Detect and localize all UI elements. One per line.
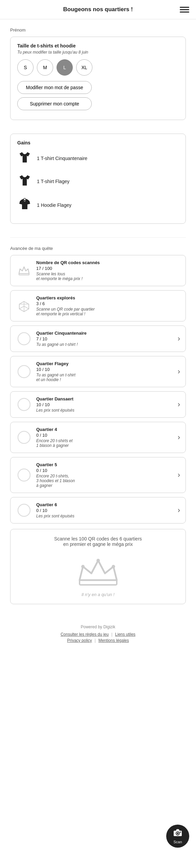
neighborhood-4-content: Quartier 5 0 / 10 Encore 20 t-shirts,3 h… bbox=[36, 462, 174, 488]
quartiers-explored-card: Quartiers explorés 3 / 6 Scanne un QR co… bbox=[10, 290, 186, 321]
tshirt-card-title: Taille de t-shirts et hoodie bbox=[17, 43, 179, 48]
size-btn-XL[interactable]: XL bbox=[76, 59, 92, 76]
tshirt-size-card: Taille de t-shirts et hoodie Tu peux mod… bbox=[10, 37, 186, 120]
neighborhood-1-content: Quartier Flagey 10 / 10 Tu as gagné un t… bbox=[36, 361, 174, 382]
profile-section: Prénom Taille de t-shirts et hoodie Tu p… bbox=[0, 19, 196, 134]
size-btn-S[interactable]: S bbox=[17, 59, 34, 76]
quest-section: Avancée de ma quête Nombre de QR codes s… bbox=[0, 238, 196, 618]
quartiers-explored-title: Quartiers explorés bbox=[36, 295, 180, 300]
quartiers-explored-score: 3 / 6 bbox=[36, 301, 180, 306]
mega-prize-card: Scanne les 100 QR codes des 6 quartierse… bbox=[10, 529, 186, 604]
neighborhood-5-arrow: › bbox=[178, 506, 180, 515]
neighborhood-5-score: 0 / 10 bbox=[36, 508, 174, 513]
neighborhood-2-content: Quartier Dansaert 10 / 10 Les prix sont … bbox=[36, 396, 174, 413]
size-btn-L[interactable]: L bbox=[57, 59, 73, 76]
tshirt-icon-0 bbox=[17, 150, 32, 166]
menu-button[interactable] bbox=[180, 7, 189, 13]
profile-label: Prénom bbox=[10, 27, 186, 33]
mega-prize-text: Scanne les 100 QR codes des 6 quartierse… bbox=[17, 536, 179, 547]
crown-small-icon bbox=[16, 262, 32, 279]
neighborhood-2-score: 10 / 10 bbox=[36, 402, 174, 407]
tshirt-card-subtitle: Tu peux modifier ta taille jusqu'au 8 ju… bbox=[17, 50, 179, 55]
gains-item-2-label: 1 Hoodie Flagey bbox=[37, 202, 71, 208]
neighborhood-0-score: 7 / 10 bbox=[36, 336, 174, 341]
gains-item-1: 1 T-shirt Flagey bbox=[17, 170, 179, 193]
neighborhood-3-name: Quartier 4 bbox=[36, 427, 174, 432]
svg-line-5 bbox=[19, 306, 24, 309]
delete-account-button[interactable]: Supprimer mon compte bbox=[17, 97, 92, 110]
neighborhood-1-arrow: › bbox=[178, 367, 180, 376]
svg-point-11 bbox=[18, 469, 30, 481]
gains-item-0: 1 T-shirt Cinquantenaire bbox=[17, 147, 179, 170]
neighborhood-card-0[interactable]: Quartier Cinquantenaire 7 / 10 Tu as gag… bbox=[10, 326, 186, 352]
svg-line-6 bbox=[24, 306, 29, 309]
neighborhood-card-4[interactable]: Quartier 5 0 / 10 Encore 20 t-shirts,3 h… bbox=[10, 457, 186, 493]
size-btn-M[interactable]: M bbox=[37, 59, 53, 76]
neighborhood-card-2[interactable]: Quartier Dansaert 10 / 10 Les prix sont … bbox=[10, 391, 186, 418]
quartiers-explored-desc: Scanne un QR code par quartieret remport… bbox=[36, 307, 180, 316]
qr-codes-desc: Scanne les touset remporte le méga prix … bbox=[36, 272, 180, 281]
neighborhood-0-desc: Tu as gagné un t-shirt ! bbox=[36, 342, 174, 347]
gains-title: Gains bbox=[17, 140, 179, 145]
svg-point-9 bbox=[18, 398, 30, 411]
svg-point-10 bbox=[18, 431, 30, 443]
gains-item-2: 1 Hoodie Flagey bbox=[17, 193, 179, 217]
neighborhood-0-name: Quartier Cinquantenaire bbox=[36, 331, 174, 336]
mega-crown-icon bbox=[74, 554, 122, 588]
svg-point-14 bbox=[96, 559, 100, 562]
hamburger-line-2 bbox=[180, 9, 189, 10]
svg-point-8 bbox=[18, 366, 30, 378]
footer-link-mentions[interactable]: Mentions légales bbox=[99, 638, 129, 643]
neighborhood-4-desc: Encore 20 t-shirts,3 hoodies et 1 blason… bbox=[36, 474, 174, 488]
svg-point-7 bbox=[18, 333, 30, 345]
svg-rect-1 bbox=[19, 274, 29, 275]
neighborhood-1-desc: Tu as gagné un t-shirtet un hoodie ! bbox=[36, 373, 174, 382]
footer-sep-2: | bbox=[95, 638, 96, 643]
svg-point-15 bbox=[81, 565, 85, 568]
neighborhood-2-arrow: › bbox=[178, 400, 180, 409]
circle-progress-4 bbox=[16, 467, 32, 483]
footer-link-rules[interactable]: Consulter les règles du jeu bbox=[61, 632, 109, 637]
svg-point-12 bbox=[18, 504, 30, 516]
neighborhood-card-3[interactable]: Quartier 4 0 / 10 Encore 20 t-shirts et1… bbox=[10, 422, 186, 453]
neighborhood-2-desc: Les prix sont épuisés bbox=[36, 408, 174, 413]
neighborhood-3-score: 0 / 10 bbox=[36, 433, 174, 438]
size-buttons-group: S M L XL bbox=[17, 59, 179, 76]
gains-card: Gains 1 T-shirt Cinquantenaire 1 T-shirt… bbox=[10, 134, 186, 224]
neighborhood-2-name: Quartier Dansaert bbox=[36, 396, 174, 401]
hamburger-line-1 bbox=[180, 7, 189, 8]
neighborhood-card-5[interactable]: Quartier 6 0 / 10 Les prix sont épuisés … bbox=[10, 497, 186, 524]
cube-icon bbox=[16, 298, 32, 314]
neighborhood-3-desc: Encore 20 t-shirts et1 blason à gagner bbox=[36, 438, 174, 448]
neighborhood-1-score: 10 / 10 bbox=[36, 367, 174, 372]
neighborhood-1-name: Quartier Flagey bbox=[36, 361, 174, 366]
tshirt-icon-1 bbox=[17, 173, 32, 190]
circle-progress-2 bbox=[16, 396, 32, 413]
circle-progress-0 bbox=[16, 331, 32, 347]
neighborhood-5-desc: Les prix sont épuisés bbox=[36, 514, 174, 518]
gains-section: Gains 1 T-shirt Cinquantenaire 1 T-shirt… bbox=[0, 134, 196, 237]
qr-codes-card: Nombre de QR codes scannés 17 / 100 Scan… bbox=[10, 255, 186, 286]
neighborhood-4-score: 0 / 10 bbox=[36, 468, 174, 473]
quartiers-explored-content: Quartiers explorés 3 / 6 Scanne un QR co… bbox=[36, 295, 180, 316]
qr-codes-content: Nombre de QR codes scannés 17 / 100 Scan… bbox=[36, 260, 180, 281]
footer-links-row-1: Consulter les règles du jeu | Liens util… bbox=[7, 632, 189, 637]
footer: Powered by Digizik Consulter les règles … bbox=[0, 618, 196, 654]
neighborhood-0-arrow: › bbox=[178, 334, 180, 343]
header-title: Bougeons nos quartiers ! bbox=[63, 6, 133, 13]
footer-links-row-2: Privacy policy | Mentions légales bbox=[7, 638, 189, 643]
neighborhood-card-1[interactable]: Quartier Flagey 10 / 10 Tu as gagné un t… bbox=[10, 356, 186, 387]
footer-link-privacy[interactable]: Privacy policy bbox=[67, 638, 92, 643]
quest-label: Avancée de ma quête bbox=[10, 246, 186, 251]
footer-sep-1: | bbox=[111, 632, 112, 637]
neighborhood-4-name: Quartier 5 bbox=[36, 462, 174, 467]
footer-link-useful[interactable]: Liens utiles bbox=[115, 632, 135, 637]
hoodie-icon bbox=[17, 196, 32, 214]
circle-progress-3 bbox=[16, 429, 32, 446]
circle-progress-5 bbox=[16, 502, 32, 518]
neighborhood-4-arrow: › bbox=[178, 471, 180, 479]
circle-progress-1 bbox=[16, 363, 32, 380]
neighborhood-3-content: Quartier 4 0 / 10 Encore 20 t-shirts et1… bbox=[36, 427, 174, 448]
change-password-button[interactable]: Modifier mon mot de passe bbox=[17, 81, 92, 94]
qr-codes-score: 17 / 100 bbox=[36, 266, 180, 271]
